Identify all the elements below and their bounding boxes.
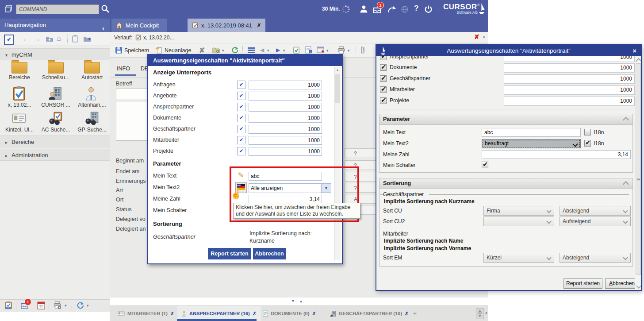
number-input[interactable]: 3,14	[482, 150, 631, 159]
clear-history-icon[interactable]: ✘	[474, 33, 479, 40]
sort-direction-select[interactable]: Absteigend	[560, 253, 631, 263]
limit-input[interactable]: 1000	[249, 147, 322, 156]
chevron-down-icon[interactable]: ▾	[483, 35, 485, 39]
checkbox[interactable]	[237, 147, 245, 155]
chevron-down-icon[interactable]: ▾	[283, 48, 285, 53]
limit-input[interactable]: 1000	[249, 114, 322, 123]
checkbox[interactable]	[380, 86, 387, 93]
sidebar-section-administration[interactable]: ▸Administration	[0, 149, 110, 161]
chevron-down-icon[interactable]: ▾	[222, 48, 224, 53]
sidebar-item-schnellsuchen[interactable]: Schnellsu...	[39, 60, 73, 81]
open-activity-icon[interactable]: OPEN	[4, 301, 12, 310]
checkbox[interactable]	[380, 56, 387, 60]
report-start-button[interactable]: Report starten	[564, 278, 602, 289]
tab-geschaeftspartner[interactable]: GESCHÄFTSPARTNER (10) ✗	[326, 306, 413, 321]
sidebar-section-bereiche[interactable]: ▸Bereiche	[0, 135, 110, 147]
dialog-titlebar[interactable]: Auswertungseigenschaften "Aktivitätenpor…	[148, 55, 342, 66]
close-window-icon[interactable]: ×	[632, 45, 636, 56]
report-start-button[interactable]: Report starten	[208, 248, 251, 259]
sidebar-section-mycrm[interactable]: ▾myCRM	[0, 48, 110, 60]
checkbox[interactable]	[237, 136, 245, 144]
text-input[interactable]: abc	[482, 128, 581, 137]
paperclip-icon[interactable]	[360, 46, 365, 54]
checkbox[interactable]	[237, 114, 245, 122]
close-tab-icon[interactable]: ✗	[312, 311, 316, 317]
checkbox-view-icon[interactable]: ✔	[4, 35, 14, 45]
forward-icon[interactable]: →	[34, 35, 40, 43]
inbox-icon[interactable]: 1	[20, 302, 29, 309]
power-icon[interactable]	[424, 4, 433, 14]
window-titlebar[interactable]: Auswertungseigenschaften "Aktivitätenpor…	[376, 45, 641, 56]
menu-icon[interactable]	[248, 47, 255, 53]
text2-select[interactable]: beauftragt	[482, 139, 581, 148]
collapse-panel-icon[interactable]: ▾	[292, 298, 294, 303]
collapse-group-icon[interactable]	[623, 181, 629, 187]
refresh-icon[interactable]	[231, 46, 238, 54]
sidebar-item-bereiche[interactable]: Bereiche	[3, 60, 36, 81]
save-button[interactable]: Speichern	[124, 47, 149, 54]
limit-input[interactable]: 1000	[504, 97, 635, 106]
clipboard-icon[interactable]	[72, 35, 78, 43]
tab-info[interactable]: INFO	[117, 66, 130, 72]
checkbox[interactable]	[237, 125, 245, 133]
new-button[interactable]: Neuanlage	[165, 47, 191, 54]
limit-input[interactable]: 1000	[249, 92, 322, 101]
back-icon[interactable]: ←	[22, 35, 29, 43]
limit-input[interactable]: 1000	[249, 103, 322, 112]
help-icon[interactable]: ?	[414, 4, 418, 13]
close-tab-icon[interactable]: ✗	[257, 23, 261, 28]
limit-input[interactable]: 1000	[504, 63, 635, 73]
window-icon[interactable]	[317, 46, 324, 53]
chevron-down-icon[interactable]: ▾	[326, 48, 329, 53]
limit-input[interactable]: 1000	[504, 56, 635, 62]
command-input[interactable]: COMMAND	[16, 4, 99, 14]
document-edit-icon[interactable]	[305, 46, 312, 54]
chevron-down-icon[interactable]: ▾	[348, 48, 350, 53]
group-header[interactable]: Sortierung	[380, 178, 632, 189]
chevron-down-icon[interactable]: ▾	[65, 303, 67, 308]
sort-field-select[interactable]	[483, 217, 554, 226]
close-tab-icon[interactable]: ✗	[170, 311, 174, 317]
sort-direction-select[interactable]: Absteigend	[560, 206, 631, 216]
refresh-icon[interactable]	[76, 302, 84, 309]
expand-panel-icon[interactable]: ▴	[300, 298, 302, 303]
dialog-scrollbar[interactable]: ▲	[334, 67, 341, 260]
task-check-icon[interactable]	[293, 46, 300, 54]
sort-field-select[interactable]: Kürzel	[483, 253, 554, 263]
limit-input[interactable]: 1000	[504, 85, 635, 95]
i18n-checkbox[interactable]	[584, 129, 591, 135]
folder-up-icon[interactable]	[46, 36, 54, 42]
i18n-checkbox[interactable]	[584, 140, 591, 147]
folder-add-icon[interactable]	[83, 36, 92, 42]
limit-input[interactable]: 1000	[249, 81, 322, 89]
globe-icon[interactable]	[400, 5, 409, 14]
inbox-icon[interactable]: 1	[372, 5, 382, 14]
chevron-down-icon[interactable]: ▾	[267, 48, 269, 53]
tab-scroll-control[interactable]: ▲▼	[476, 308, 484, 319]
search-icon[interactable]	[100, 4, 110, 14]
checkbox[interactable]	[237, 92, 245, 100]
tab-ansprechpartner[interactable]: ANSPRECHPARTNER (16) ✗	[177, 306, 261, 321]
checkbox[interactable]	[380, 97, 387, 104]
limit-input[interactable]: 1000	[504, 74, 635, 84]
sidebar-item-ac-suche[interactable]: AC-Suche...	[39, 112, 73, 133]
sidebar-item-activity[interactable]: x, 13.02...	[3, 86, 36, 108]
tab-mein-cockpit[interactable]: Mein Cockpit	[111, 19, 167, 32]
tab-dokumente[interactable]: DOKUMENTE (0) ✗	[258, 306, 321, 321]
tab-activity-document[interactable]: x, 13.02.2019 08:41 ✗	[188, 19, 265, 32]
delete-icon[interactable]: ✘	[199, 46, 205, 54]
checkbox[interactable]	[482, 162, 488, 168]
tab-mitarbeiter[interactable]: MITARBEITER (1) ✗	[113, 306, 179, 321]
scroll-up-icon[interactable]: ▲	[336, 68, 339, 72]
export-icon[interactable]	[212, 46, 220, 54]
new-icon[interactable]	[155, 46, 163, 54]
window-scrollbar[interactable]	[635, 56, 641, 290]
checkbox[interactable]	[237, 103, 245, 111]
checkbox[interactable]	[380, 64, 387, 71]
chevron-down-icon[interactable]: ▾	[87, 303, 89, 308]
sort-direction-select[interactable]: Aufsteigend	[560, 217, 631, 226]
close-tab-icon[interactable]: ✗	[405, 311, 409, 317]
sidebar-item-kintzel[interactable]: Kintzel, Ul...	[3, 112, 36, 133]
collapse-panel-left-icon[interactable]: ‹	[485, 309, 487, 316]
print-settings-icon[interactable]	[53, 301, 61, 309]
